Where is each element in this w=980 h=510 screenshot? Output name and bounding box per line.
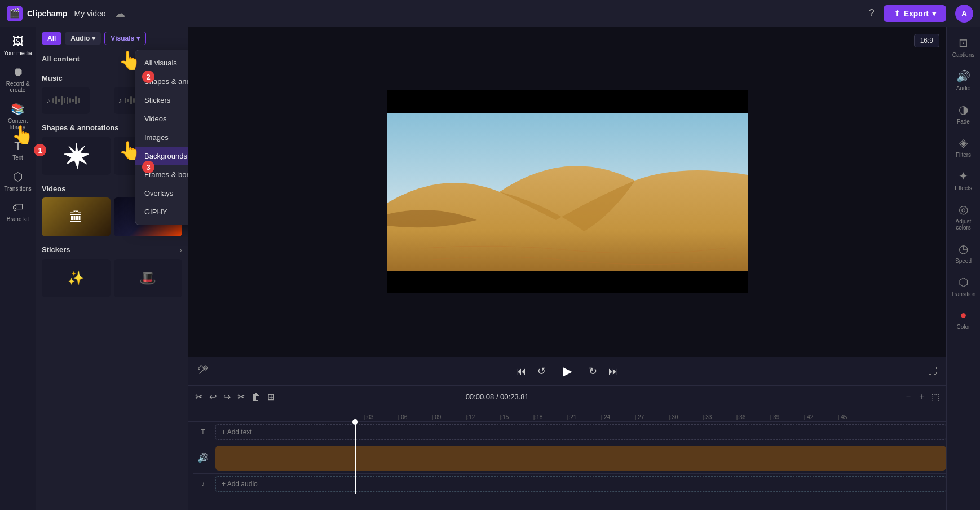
music-note-icon-2: ♪ — [118, 96, 122, 105]
ruler-mark-11: |:33 — [690, 414, 724, 421]
pyramid-scene: 🏛 — [69, 209, 83, 225]
video-track-content[interactable] — [215, 446, 946, 471]
total-time: 00:23.81 — [500, 393, 529, 401]
adjust-colors-icon: ◎ — [959, 203, 968, 216]
cloud-save-icon: ☁ — [115, 7, 125, 20]
right-panel: ⊡ Captions 🔊 Audio ◑ Fade ◈ Filters ✦ Ef… — [946, 27, 980, 510]
dropdown-item-stickers[interactable]: Stickers — [135, 91, 188, 109]
zoom-in-button[interactable]: ＋ — [917, 391, 926, 403]
magic-wand-button[interactable] — [197, 364, 209, 379]
stickers-section-arrow[interactable]: › — [179, 245, 182, 254]
music-thumb-1[interactable]: ♪ — [42, 87, 90, 114]
shape-thumb-1[interactable] — [42, 137, 111, 175]
shapes-section-title: Shapes & annotations — [42, 124, 119, 132]
cut-button[interactable]: ✂ — [237, 392, 245, 402]
playback-controls: ⏮ ↺ ▶ ↻ ⏭ ⛶ — [188, 357, 946, 386]
filter-all-button[interactable]: All — [42, 32, 61, 45]
dropdown-item-backgrounds[interactable]: Backgrounds — [135, 147, 188, 165]
color-icon: ● — [960, 309, 966, 322]
ruler-mark-14: |:42 — [792, 414, 826, 421]
export-icon: ⬆ — [894, 9, 900, 18]
audio-track-label: ♪ — [193, 480, 213, 488]
rewind-5-button[interactable]: ↺ — [537, 365, 546, 377]
export-button[interactable]: ⬆ Export ▾ — [884, 5, 946, 22]
redo-button[interactable]: ↪ — [223, 392, 231, 402]
add-audio-track-content[interactable]: + Add audio — [215, 476, 946, 492]
adjust-colors-label: Adjust colors — [950, 218, 977, 231]
fit-timeline-button[interactable]: ⬚ — [931, 392, 939, 402]
right-panel-audio[interactable]: 🔊 Audio — [949, 65, 978, 96]
avatar[interactable]: A — [955, 5, 973, 23]
effects-label: Effects — [955, 185, 972, 191]
sidebar-item-transitions[interactable]: ⬡ Transitions — [2, 166, 34, 195]
right-panel-speed[interactable]: ◷ Speed — [949, 238, 978, 269]
dropdown-item-giphy[interactable]: GIPHY — [135, 203, 188, 221]
sidebar-item-record-create[interactable]: ⏺ Record & create — [2, 62, 34, 96]
content-panel: All Audio ▾ Visuals ▾ All visuals Shapes… — [36, 27, 188, 510]
filter-bar: All Audio ▾ Visuals ▾ — [36, 27, 188, 50]
dropdown-item-frames-borders[interactable]: Frames & borders — [135, 165, 188, 184]
right-panel-effects[interactable]: ✦ Effects — [949, 165, 978, 196]
right-panel-captions[interactable]: ⊡ Captions — [949, 32, 978, 63]
forward-5-button[interactable]: ↻ — [589, 365, 597, 377]
right-panel-fade[interactable]: ◑ Fade — [949, 98, 978, 129]
split-tool-button[interactable]: ✂ — [195, 392, 202, 402]
filters-label: Filters — [956, 152, 971, 158]
video-title[interactable]: My video — [74, 9, 106, 18]
play-button[interactable]: ▶ — [557, 361, 577, 381]
filter-visuals-button[interactable]: Visuals ▾ — [104, 32, 146, 45]
music-section-title: Music — [42, 74, 63, 82]
ruler-mark-15: |:45 — [826, 414, 859, 421]
track-area: T + Add text 🔊 — [188, 422, 946, 494]
right-panel-color[interactable]: ● Color — [949, 304, 978, 335]
preview-area: 16:9 — [188, 27, 946, 357]
dropdown-item-all-visuals[interactable]: All visuals — [135, 54, 188, 72]
fullscreen-button[interactable]: ⛶ — [928, 366, 937, 376]
undo-button[interactable]: ↩ — [209, 392, 217, 402]
sticker-thumb-1[interactable]: ✨ — [42, 259, 111, 297]
current-time: 00:00.08 — [466, 393, 495, 401]
sidebar-item-text[interactable]: T Text — [2, 136, 34, 164]
dropdown-item-images[interactable]: Images — [135, 128, 188, 147]
sticker-icon-1: ✨ — [68, 270, 85, 286]
sidebar-item-content-library[interactable]: 📚 Content library — [2, 99, 34, 134]
video-thumb-1[interactable]: 🏛 — [42, 197, 111, 236]
audio-chevron-icon: ▾ — [92, 34, 95, 42]
skip-forward-button[interactable]: ⏭ — [608, 366, 619, 377]
add-text-track-content[interactable]: + Add text — [215, 424, 946, 440]
ruler-mark-5: |:15 — [487, 414, 521, 421]
right-panel-adjust-colors[interactable]: ◎ Adjust colors — [949, 198, 978, 235]
sticker-thumb-2[interactable]: 🎩 — [114, 259, 183, 297]
aspect-ratio-badge[interactable]: 16:9 — [914, 34, 939, 47]
sidebar-item-brand-kit[interactable]: 🏷 Brand kit — [2, 197, 34, 226]
dropdown-item-overlays[interactable]: Overlays — [135, 184, 188, 203]
sidebar-item-your-media[interactable]: 🖼 Your media — [2, 32, 34, 60]
help-icon[interactable]: ? — [869, 7, 875, 19]
ruler-mark-10: |:30 — [656, 414, 690, 421]
fade-icon: ◑ — [959, 103, 968, 116]
right-panel-filters[interactable]: ◈ Filters — [949, 131, 978, 162]
zoom-out-button[interactable]: － — [904, 391, 913, 403]
dropdown-item-videos[interactable]: Videos — [135, 109, 188, 128]
right-panel-transition[interactable]: ⬡ Transition — [949, 271, 978, 302]
transitions-icon: ⬡ — [13, 170, 23, 183]
text-track-label: T — [193, 428, 213, 436]
add-audio-label: + Add audio — [222, 480, 258, 488]
stickers-thumbs: ✨ 🎩 — [42, 259, 182, 297]
sidebar-item-label: Brand kit — [7, 216, 29, 222]
ruler-mark-2: |:06 — [386, 414, 420, 421]
sticker-icon-2: 🎩 — [139, 270, 156, 286]
skip-back-button[interactable]: ⏮ — [516, 366, 526, 377]
filter-audio-button[interactable]: Audio ▾ — [65, 32, 101, 45]
left-sidebar: 🖼 Your media ⏺ Record & create 📚 Content… — [0, 27, 36, 510]
app-logo[interactable]: 🎬 Clipchamp — [7, 6, 68, 21]
timeline-time: 00:00.08 / 00:23.81 — [466, 393, 529, 401]
music-note-icon-1: ♪ — [46, 96, 50, 105]
media-add-button[interactable]: ⊞ — [267, 392, 275, 402]
sidebar-item-label: Text — [12, 155, 23, 161]
ruler-mark-12: |:36 — [724, 414, 758, 421]
brand-kit-icon: 🏷 — [12, 201, 24, 214]
delete-button[interactable]: 🗑 — [251, 392, 261, 402]
dropdown-item-shapes-annotations[interactable]: Shapes & annotations — [135, 72, 188, 91]
svg-rect-2 — [387, 90, 748, 113]
